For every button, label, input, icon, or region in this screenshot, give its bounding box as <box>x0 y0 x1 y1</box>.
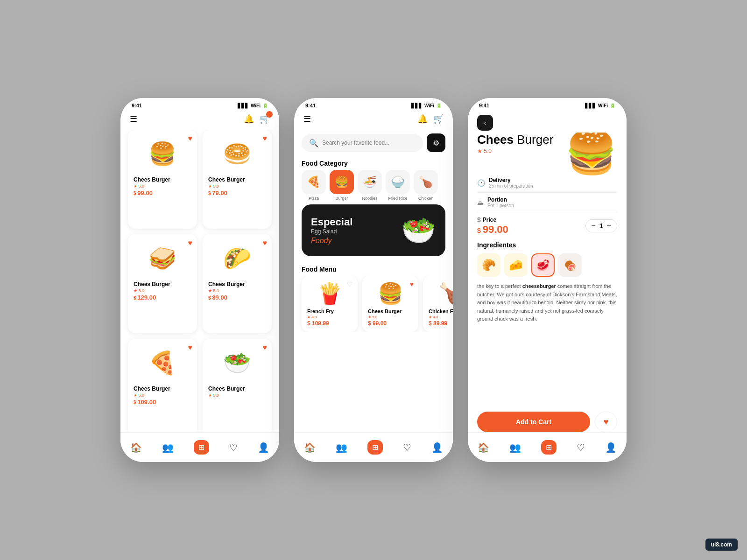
status-bar-2: 9:41 ▋▋▋ WiFi 🔋 <box>294 98 453 110</box>
menu-icon-2[interactable]: ☰ <box>303 114 311 124</box>
search-input[interactable] <box>322 140 416 146</box>
heart-btn-2[interactable]: ♥ <box>188 239 193 247</box>
cart-icon-2[interactable]: 🛒 <box>433 114 444 124</box>
menu-stars-0: ★ 4.8 <box>307 315 352 319</box>
food-stars-4: ★ 5.0 <box>134 393 191 398</box>
food-card-1[interactable]: ♥ 🥯 Chees Burger ★ 5.0 $ 79.00 <box>203 130 272 229</box>
food-card-5[interactable]: ♥ 🥗 Chees Burger ★ 5.0 <box>203 339 272 438</box>
food-name-3: Chees Burger <box>208 281 266 287</box>
nav-home-2[interactable]: 🏠 <box>304 442 316 453</box>
menu-img-2: 🍗 <box>429 281 453 306</box>
ingredient-cheese[interactable]: 🧀 <box>504 253 528 277</box>
food-img-2: 🥪 <box>134 240 191 277</box>
portion-sub: For 1 person <box>487 203 514 208</box>
menu-name-1: Chees Burger <box>368 308 413 314</box>
wifi-icon-1: WiFi <box>251 103 261 108</box>
qty-control[interactable]: − 1 + <box>585 219 617 232</box>
divider-1 <box>477 192 617 193</box>
food-img-5: 🥗 <box>208 344 266 382</box>
category-chicken[interactable]: 🍗 Chicken <box>414 170 438 201</box>
menu-name-0: French Fry <box>307 308 352 314</box>
nav-heart-1[interactable]: ♡ <box>229 442 238 453</box>
pizza-icon-wrap: 🍕 <box>302 170 326 194</box>
cart-badge-1 <box>266 111 273 118</box>
delivery-row: 🕐 Delivery 25 min of preparation <box>477 177 617 189</box>
battery-icon-1: 🔋 <box>262 103 268 108</box>
nav-scan-2[interactable]: ⊞ <box>367 440 383 455</box>
price-row: $ Price $ 99.00 − 1 + <box>477 216 617 236</box>
heart-btn-3[interactable]: ♥ <box>263 239 268 247</box>
product-rating: ★ 5.0 <box>477 148 553 154</box>
heart-btn-0[interactable]: ♥ <box>188 134 193 143</box>
portion-info: Portion For 1 person <box>487 196 514 208</box>
back-button[interactable]: ‹ <box>477 115 493 131</box>
category-friedrice[interactable]: 🍚 Fried Rice <box>386 170 410 201</box>
food-price-4: $ 109.00 <box>134 399 191 406</box>
nav-home-1[interactable]: 🏠 <box>130 442 142 453</box>
nav-people-3[interactable]: 👥 <box>509 442 521 453</box>
menu-card-0[interactable]: ♡ 🍟 French Fry ★ 4.8 $ 109.99 <box>302 276 358 332</box>
phone-1: 9:41 ▋▋▋ WiFi 🔋 ☰ 🔔 🛒 ♥ 🍔 <box>120 98 279 462</box>
food-grid-1: ♥ 🍔 Chees Burger ★ 5.0 $ 99.00 ♥ 🥯 Chees… <box>120 130 279 438</box>
friedrice-label: Fried Rice <box>388 196 407 201</box>
nav-heart-3[interactable]: ♡ <box>577 442 585 453</box>
ingredient-bun[interactable]: 🥐 <box>477 253 500 277</box>
menu-icon-1[interactable]: ☰ <box>130 114 137 124</box>
cart-icon-1[interactable]: 🛒 <box>260 114 270 124</box>
food-card-4[interactable]: ♥ 🍕 Chees Burger ★ 5.0 $ 109.00 <box>128 339 197 438</box>
nav-scan-3[interactable]: ⊞ <box>541 440 557 455</box>
p3-content: Chees Burger ★ 5.0 🍔 🕐 Delivery 25 min o… <box>468 133 627 436</box>
favorite-button[interactable]: ♥ <box>595 412 617 432</box>
product-title: Chees Burger <box>477 133 553 147</box>
add-to-cart-button[interactable]: Add to Cart <box>477 412 590 432</box>
heart-btn-m0[interactable]: ♡ <box>347 280 353 288</box>
product-info: Chees Burger ★ 5.0 <box>477 133 553 160</box>
category-pizza[interactable]: 🍕 Pizza <box>302 170 326 201</box>
nav-people-2[interactable]: 👥 <box>336 442 347 453</box>
heart-btn-5[interactable]: ♥ <box>263 343 268 352</box>
ingredient-patty[interactable]: 🍖 <box>558 253 582 277</box>
nav-profile-1[interactable]: 👤 <box>258 442 269 453</box>
food-stars-2: ★ 5.0 <box>134 288 191 293</box>
nav-profile-2[interactable]: 👤 <box>431 442 443 453</box>
price-label: $ Price <box>477 216 508 224</box>
portion-label: Portion <box>487 196 514 203</box>
p3-header: ‹ <box>468 110 627 133</box>
nav-profile-3[interactable]: 👤 <box>605 442 617 453</box>
ingredient-meat[interactable]: 🥩 <box>531 253 555 277</box>
menu-card-1[interactable]: ♥ 🍔 Chees Burger ★ 5.0 $ 99.00 <box>362 276 418 332</box>
bell-icon-2[interactable]: 🔔 <box>417 114 428 124</box>
signal-icon-2: ▋▋▋ <box>411 103 423 108</box>
special-text: Especial Egg Salad Foody <box>311 216 352 245</box>
qty-plus[interactable]: + <box>607 222 611 230</box>
filter-button[interactable]: ⚙ <box>427 133 445 152</box>
food-card-2[interactable]: ♥ 🥪 Chees Burger ★ 5.0 $ 129.00 <box>128 234 197 333</box>
search-input-wrap[interactable]: 🔍 <box>302 134 423 152</box>
phone-2: 9:41 ▋▋▋ WiFi 🔋 ☰ 🔔 🛒 🔍 ⚙ Food Categor <box>294 98 453 462</box>
heart-btn-m1[interactable]: ♥ <box>410 280 414 288</box>
bell-icon-1[interactable]: 🔔 <box>244 114 254 124</box>
heart-btn-4[interactable]: ♥ <box>188 343 193 352</box>
nav-heart-2[interactable]: ♡ <box>403 442 411 453</box>
nav-home-3[interactable]: 🏠 <box>478 442 489 453</box>
category-burger[interactable]: 🍔 Burger <box>330 170 354 201</box>
heart-btn-1[interactable]: ♥ <box>263 134 268 143</box>
menu-card-2[interactable]: ♡ 🍗 Chicken Fry ★ 4.8 $ 89.99 <box>423 276 453 332</box>
special-banner[interactable]: Especial Egg Salad Foody 🥗 <box>302 204 445 256</box>
divider-2 <box>477 212 617 212</box>
price-info: $ Price $ 99.00 <box>477 216 508 236</box>
status-bar-1: 9:41 ▋▋▋ WiFi 🔋 <box>120 98 279 110</box>
category-noodles[interactable]: 🍜 Noodles <box>358 170 382 201</box>
food-card-0[interactable]: ♥ 🍔 Chees Burger ★ 5.0 $ 99.00 <box>128 130 197 229</box>
food-name-0: Chees Burger <box>134 176 191 183</box>
food-card-3[interactable]: ♥ 🌮 Chees Burger ★ 5.0 $ 89.00 <box>203 234 272 333</box>
bottom-nav-3: 🏠 👥 ⊞ ♡ 👤 <box>468 432 627 462</box>
search-icon: 🔍 <box>309 139 318 147</box>
nav-people-1[interactable]: 👥 <box>162 442 174 453</box>
food-price-0: $ 99.00 <box>134 189 191 196</box>
nav-scan-1[interactable]: ⊞ <box>194 440 209 455</box>
qty-minus[interactable]: − <box>592 222 596 230</box>
signal-icon-1: ▋▋▋ <box>238 103 249 108</box>
status-bar-3: 9:41 ▋▋▋ WiFi 🔋 <box>468 98 627 110</box>
pizza-label: Pizza <box>309 196 319 201</box>
